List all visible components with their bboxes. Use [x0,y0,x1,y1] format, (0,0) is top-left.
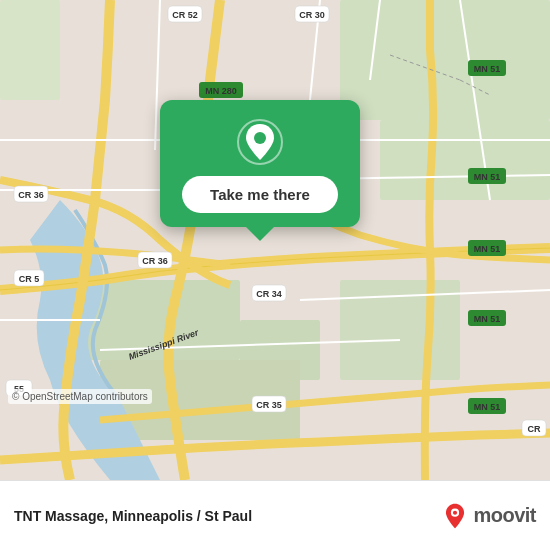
moovit-logo: moovit [441,502,536,530]
svg-text:CR 34: CR 34 [256,289,282,299]
svg-point-54 [453,510,457,514]
bottom-bar: TNT Massage, Minneapolis / St Paul moovi… [0,480,550,550]
svg-text:CR: CR [528,424,541,434]
svg-rect-3 [0,0,60,100]
svg-text:CR 52: CR 52 [172,10,198,20]
map-container[interactable]: CR 52 CR 30 MN 280 MN 51 CR 36 CR 36 CR … [0,0,550,480]
take-me-there-button[interactable]: Take me there [182,176,338,213]
osm-credit: © OpenStreetMap contributors [8,389,152,404]
location-pin-icon [236,118,284,166]
svg-text:CR 36: CR 36 [18,190,44,200]
location-name: TNT Massage, Minneapolis / St Paul [14,508,441,524]
location-popup: Take me there [160,100,360,227]
svg-text:MN 51: MN 51 [474,402,501,412]
svg-text:CR 5: CR 5 [19,274,40,284]
svg-text:MN 51: MN 51 [474,244,501,254]
svg-text:CR 30: CR 30 [299,10,325,20]
svg-text:MN 51: MN 51 [474,64,501,74]
moovit-pin-icon [441,502,469,530]
svg-text:MN 280: MN 280 [205,86,237,96]
app: CR 52 CR 30 MN 280 MN 51 CR 36 CR 36 CR … [0,0,550,550]
svg-text:CR 36: CR 36 [142,256,168,266]
svg-text:MN 51: MN 51 [474,172,501,182]
svg-text:CR 35: CR 35 [256,400,282,410]
svg-point-52 [254,132,266,144]
location-text: TNT Massage, Minneapolis / St Paul [14,508,441,524]
moovit-brand-text: moovit [473,504,536,527]
osm-credit-text: © OpenStreetMap contributors [12,391,148,402]
svg-text:MN 51: MN 51 [474,314,501,324]
svg-rect-2 [380,120,550,200]
